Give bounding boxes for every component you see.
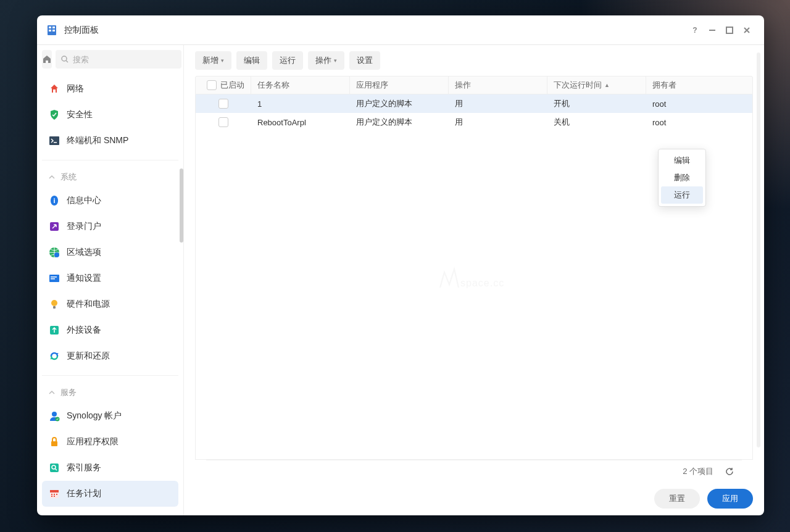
caret-icon: ▾	[334, 57, 337, 64]
footer: 重置 应用	[184, 482, 764, 515]
terminal-icon	[48, 135, 60, 147]
help-button[interactable]: ?	[686, 22, 704, 39]
network-icon	[48, 83, 60, 95]
context-menu-edit[interactable]: 编辑	[661, 152, 703, 169]
sidebar-nav: 网络 安全性 终端机和 SNMP 系统 i 信息中心	[37, 73, 183, 515]
close-button[interactable]	[738, 22, 755, 39]
context-menu-delete[interactable]: 删除	[661, 169, 703, 186]
section-services[interactable]: 服务	[42, 375, 178, 401]
svg-rect-29	[50, 493, 59, 498]
svg-rect-6	[709, 30, 715, 31]
settings-button[interactable]: 设置	[349, 51, 380, 70]
svg-rect-3	[49, 30, 51, 31]
table-row[interactable]: 1 用户定义的脚本 用 开机 root	[196, 94, 752, 113]
sidebar-item-update[interactable]: 更新和还原	[42, 343, 178, 369]
sidebar-item-indexing[interactable]: 索引服务	[42, 455, 178, 481]
col-owner[interactable]: 拥有者	[646, 77, 752, 94]
external-icon	[48, 324, 60, 336]
svg-point-8	[62, 56, 67, 61]
col-operation[interactable]: 操作	[449, 77, 547, 94]
sidebar-item-label: 通知设置	[67, 273, 101, 284]
sidebar-scrollbar[interactable]	[180, 168, 183, 243]
action-button[interactable]: 操作▾	[308, 51, 344, 70]
svg-rect-2	[52, 27, 55, 28]
col-enabled[interactable]: 已启动	[196, 77, 251, 94]
svg-rect-32	[56, 494, 57, 495]
main-scrollbar[interactable]	[757, 52, 760, 447]
sidebar-item-label: 网络	[67, 83, 84, 94]
row-checkbox[interactable]	[218, 117, 228, 127]
cell-owner: root	[646, 113, 752, 131]
calendar-icon	[48, 488, 60, 500]
header-checkbox[interactable]	[207, 80, 217, 90]
chevron-up-icon	[48, 173, 56, 181]
account-icon	[48, 410, 60, 422]
section-title: 系统	[60, 172, 77, 183]
new-button[interactable]: 新增▾	[195, 51, 231, 70]
sidebar-search[interactable]	[56, 50, 181, 69]
section-system[interactable]: 系统	[42, 160, 178, 185]
sidebar-item-login-portal[interactable]: 登录门户	[42, 214, 178, 239]
edit-button[interactable]: 编辑	[236, 51, 267, 70]
col-application[interactable]: 应用程序	[350, 77, 449, 94]
lock-icon	[48, 436, 60, 448]
maximize-button[interactable]	[721, 22, 738, 39]
svg-point-15	[54, 252, 59, 257]
cell-next: 关机	[547, 113, 646, 131]
svg-rect-7	[726, 27, 733, 33]
home-button[interactable]	[42, 50, 52, 69]
sidebar-item-label: 索引服务	[67, 462, 101, 473]
sidebar-item-label: 任务计划	[67, 488, 101, 499]
svg-rect-1	[49, 27, 51, 28]
apply-button[interactable]: 应用	[707, 489, 753, 509]
svg-rect-30	[51, 494, 52, 495]
window-title: 控制面板	[64, 25, 99, 36]
col-next-run[interactable]: 下次运行时间▲	[547, 77, 646, 94]
col-task-name[interactable]: 任务名称	[251, 77, 350, 94]
sidebar-item-terminal[interactable]: 终端机和 SNMP	[42, 128, 178, 154]
sidebar-item-label: 应用程序权限	[67, 436, 118, 447]
sidebar-item-label: 登录门户	[67, 221, 101, 232]
context-menu-run[interactable]: 运行	[661, 186, 703, 204]
sidebar-item-external[interactable]: 外接设备	[42, 317, 178, 343]
control-panel-window: 控制面板 ? 网络	[37, 15, 764, 515]
row-checkbox[interactable]	[218, 99, 228, 109]
sort-asc-icon: ▲	[604, 82, 610, 88]
cell-op: 用	[449, 113, 547, 131]
run-button[interactable]: 运行	[272, 51, 303, 70]
svg-point-22	[52, 412, 57, 417]
table-row[interactable]: RebootToArpl 用户定义的脚本 用 关机 root	[196, 113, 752, 131]
svg-rect-24	[51, 441, 57, 446]
chevron-up-icon	[48, 389, 56, 396]
cell-name: RebootToArpl	[251, 113, 350, 131]
cell-owner: root	[646, 94, 752, 113]
sidebar-item-notification[interactable]: 通知设置	[42, 265, 178, 291]
sidebar-item-synology-account[interactable]: Synology 帐户	[42, 403, 178, 429]
sidebar-item-security[interactable]: 安全性	[42, 102, 178, 128]
minimize-button[interactable]	[704, 22, 721, 39]
cell-op: 用	[449, 94, 547, 113]
refresh-icon	[48, 350, 60, 362]
sidebar-item-regional[interactable]: 区域选项	[42, 239, 178, 265]
svg-rect-9	[53, 89, 56, 93]
window-titlebar: 控制面板 ?	[37, 15, 764, 45]
refresh-button[interactable]	[723, 465, 736, 478]
globe-icon	[48, 246, 60, 259]
sidebar-item-hardware[interactable]: 硬件和电源	[42, 291, 178, 317]
sidebar-item-label: Synology 帐户	[67, 410, 122, 422]
reset-button[interactable]: 重置	[654, 489, 700, 509]
search-svc-icon	[48, 462, 60, 474]
svg-rect-11	[54, 142, 57, 143]
task-table: 已启动 任务名称 应用程序 操作 下次运行时间▲ 拥有者 1 用户定义的脚本 用…	[184, 76, 764, 482]
item-count: 2 个项目	[683, 466, 713, 477]
sidebar-item-network[interactable]: 网络	[42, 76, 178, 102]
sidebar-item-info-center[interactable]: i 信息中心	[42, 188, 178, 214]
sidebar-item-task-scheduler[interactable]: 任务计划	[42, 481, 178, 507]
sidebar-item-app-privileges[interactable]: 应用程序权限	[42, 429, 178, 455]
svg-rect-10	[49, 136, 59, 145]
portal-icon	[48, 220, 60, 233]
svg-rect-18	[51, 278, 55, 280]
main-content: 新增▾ 编辑 运行 操作▾ 设置 已启动 任务名称 应用程序 操作 下次运行时间…	[184, 45, 764, 515]
search-input[interactable]	[73, 55, 177, 64]
caret-icon: ▾	[221, 57, 224, 64]
